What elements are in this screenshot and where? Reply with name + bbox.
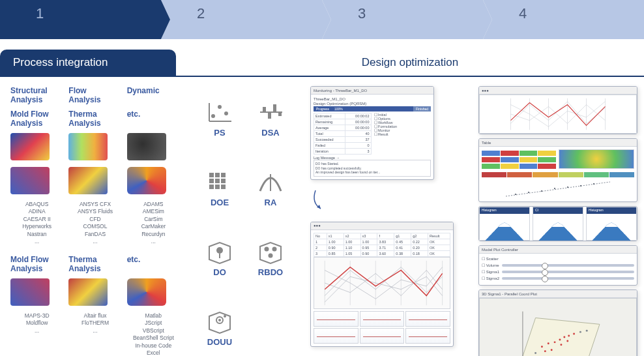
- method-rbdo: RBDO: [250, 239, 291, 307]
- svg-point-42: [580, 185, 581, 186]
- slider-title: Model Plot Controller: [479, 246, 637, 254]
- svg-point-46: [541, 346, 543, 348]
- parallel-plot: [314, 257, 450, 309]
- step-4: 4: [483, 0, 644, 39]
- svg-point-59: [586, 330, 588, 332]
- svg-rect-4: [268, 112, 271, 119]
- svg-point-41: [567, 186, 568, 188]
- log-lines: DO has Started.DO has completed successf…: [314, 160, 431, 177]
- svg-point-40: [554, 188, 555, 189]
- svg-point-19: [272, 247, 277, 252]
- svg-point-38: [528, 192, 529, 193]
- pi-list-5: MatlabJScriptVBScriptBeanShell ScriptIn-…: [127, 312, 180, 356]
- step-1: 1: [0, 0, 161, 39]
- pi-thumb-5: [127, 167, 166, 194]
- monitor-window: Monitoring - ThreeBar_M1_DO ThreeBar_M1_…: [310, 86, 434, 180]
- method-label: DSA: [250, 128, 291, 138]
- svg-point-53: [551, 349, 553, 351]
- pi-thumb-2: [127, 133, 166, 160]
- svg-point-56: [544, 350, 546, 352]
- svg-point-39: [541, 190, 542, 192]
- svg-rect-12: [221, 179, 226, 183]
- svg-rect-7: [209, 173, 214, 177]
- scatter3d: [479, 298, 637, 356]
- scatter3d-window: 3D Sigma1 - Parallel Coord Plot: [478, 289, 637, 356]
- pi-cell-5: [127, 278, 180, 308]
- svg-point-58: [579, 331, 581, 333]
- method-ps: PS: [199, 99, 240, 168]
- svg-rect-13: [209, 185, 214, 189]
- pi-thumb-3: [10, 167, 50, 194]
- slider-sigma1[interactable]: ☐ Sigma1: [482, 269, 634, 274]
- svg-rect-3: [263, 107, 266, 112]
- mappin-icon: [205, 239, 234, 265]
- progress-bar: Progress 100% Finished: [314, 106, 431, 111]
- svg-rect-6: [278, 112, 282, 116]
- method-label: RBDO: [250, 267, 291, 277]
- small-chart: Histogram: [479, 207, 530, 241]
- line-fit: [482, 179, 634, 198]
- histograms-window: HistogramCIHistogram: [478, 206, 637, 241]
- slider-volume[interactable]: ☐ Volume: [482, 263, 634, 267]
- pi-head-5: etc.: [127, 110, 180, 129]
- pi-head-1: Flow Analysis: [68, 86, 121, 106]
- pi-cell-4: [68, 167, 121, 197]
- method-ra: RA: [250, 169, 291, 237]
- svg-point-55: [566, 340, 568, 342]
- monitor-stats: Estimated00:00:02Remaining00:00:00Averag…: [314, 113, 372, 155]
- bars-icon: [256, 99, 285, 125]
- scatter-icon: [205, 99, 234, 125]
- svg-point-0: [211, 114, 215, 118]
- progress-label: Progress: [314, 106, 332, 111]
- step-3: 3: [322, 0, 483, 39]
- method-label: DO: [199, 267, 240, 277]
- svg-point-47: [548, 342, 549, 344]
- arrow-icon: [310, 188, 336, 214]
- screenshots-area: Monitoring - ThreeBar_M1_DO ThreeBar_M1_…: [310, 86, 637, 356]
- method-label: RA: [250, 198, 291, 207]
- tab-design-optimization[interactable]: Design optimization: [176, 50, 644, 76]
- progress-pct: 100%: [332, 106, 345, 111]
- pi-head-3: Mold Flow Analysis: [10, 110, 63, 129]
- svg-point-18: [265, 247, 269, 252]
- step-2: 2: [161, 0, 322, 39]
- result-table: Nox1x2x3fg1g2Result 11.001.001.003.830.4…: [314, 233, 450, 257]
- slider-sigma2[interactable]: ☐ Sigma2: [482, 276, 634, 280]
- pi-head-0: Structural Analysis: [10, 86, 63, 106]
- svg-point-51: [568, 335, 570, 337]
- svg-point-52: [573, 333, 575, 335]
- svg-point-23: [224, 315, 226, 318]
- step-bar: 1 2 3 4: [0, 0, 644, 39]
- svg-point-43: [593, 183, 594, 185]
- slider-window: Model Plot Controller ☐ Scatter ☐ Volume…: [478, 245, 637, 286]
- svg-point-17: [216, 247, 223, 254]
- parallel-window: ●●●: [478, 86, 637, 134]
- monitor-type: Design Optimization (PQRSM): [314, 102, 366, 106]
- svg-point-2: [224, 111, 228, 115]
- svg-line-36: [506, 182, 610, 196]
- svg-rect-15: [221, 185, 226, 189]
- svg-marker-44: [523, 318, 600, 357]
- svg-point-20: [269, 254, 273, 258]
- pi-thumb-4: [68, 167, 108, 194]
- svg-rect-10: [209, 179, 214, 183]
- pi-head-3: Mold Flow Analysis: [10, 255, 63, 274]
- svg-point-1: [218, 105, 222, 109]
- monitor-name: ThreeBar_M1_DO: [314, 97, 345, 101]
- pi-thumb-1: [68, 133, 108, 160]
- scatter-check[interactable]: Scatter: [486, 257, 499, 261]
- tab-process-integration[interactable]: Process integration: [0, 50, 176, 76]
- pi-cell-3: [10, 278, 63, 308]
- pi-cell-1: [68, 133, 121, 163]
- method-label: PS: [199, 128, 240, 138]
- pi-list-2: ADAMSAMESimCarSimCarMakerRecurdyn...: [127, 201, 180, 246]
- svg-rect-14: [215, 185, 220, 189]
- step-2-num: 2: [197, 5, 315, 22]
- method-doe: DOE: [199, 169, 240, 237]
- method-dsa: DSA: [250, 99, 291, 168]
- mappin2-icon: [205, 308, 234, 334]
- check-result[interactable]: ☐ Result: [374, 132, 432, 136]
- step-1-num: 1: [36, 5, 154, 22]
- svg-rect-9: [221, 173, 226, 177]
- monitor-title: Monitoring - ThreeBar_M1_DO: [311, 87, 433, 95]
